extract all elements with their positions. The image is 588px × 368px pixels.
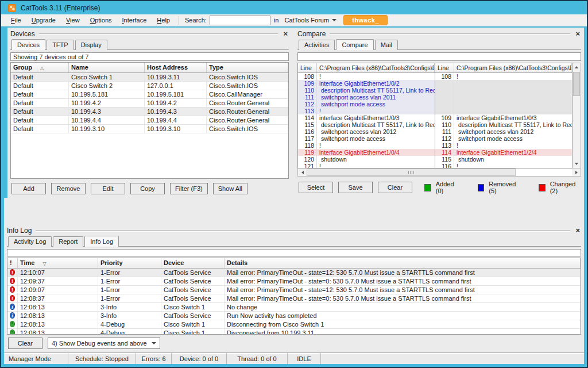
table-row[interactable]: Default 10.199.4.3 10.199.4.3 Cisco.Rout… xyxy=(11,108,288,116)
menu-view[interactable]: View xyxy=(61,16,85,25)
table-row[interactable]: 12:09:07 1-Error CatTools Service Mail e… xyxy=(7,286,581,294)
col-config-path[interactable]: C:\Program Files (x86)\CatTools3\Configs… xyxy=(317,63,435,72)
tab-report[interactable]: Report xyxy=(53,236,83,247)
clear-button[interactable]: Clear xyxy=(378,182,412,193)
col-line[interactable]: Line xyxy=(435,63,454,72)
close-icon[interactable]: × xyxy=(574,30,581,37)
legend-item: Added (0) xyxy=(424,181,461,194)
col-config-path[interactable]: C:\Program Files (x86)\CatTools3\Configs… xyxy=(454,63,572,72)
clear-log-button[interactable]: Clear xyxy=(8,338,42,349)
diff-line[interactable]: 115 shutdown xyxy=(435,156,572,163)
diff-line[interactable] xyxy=(435,80,572,87)
table-row[interactable]: Default 10.199.3.10 10.199.3.10 Cisco.Sw… xyxy=(11,125,288,133)
diff-line[interactable] xyxy=(435,101,572,108)
diff-line[interactable]: 117 switchport mode access xyxy=(298,135,435,142)
table-row[interactable]: 12:08:13 4-Debug Cisco Switch 1 Disconne… xyxy=(7,320,581,329)
diff-line[interactable]: 111 switchport access vlan 2012 xyxy=(435,128,572,135)
col-priority[interactable]: Priority xyxy=(98,258,161,268)
scrollbar-thumb[interactable] xyxy=(573,72,580,96)
table-row[interactable]: Default 10.199.4.2 10.199.4.2 Cisco.Rout… xyxy=(11,99,288,108)
diff-line[interactable]: 119 interface GigabitEthernet1/0/4 xyxy=(298,149,435,156)
scroll-up-icon[interactable] xyxy=(572,63,581,71)
col-type[interactable]: Type xyxy=(207,63,288,72)
diff-line[interactable]: 111 switchport access vlan 2011 xyxy=(298,94,435,101)
table-row[interactable]: 12:08:13 3-Info Cisco Switch 1 No change xyxy=(7,303,581,312)
diff-line[interactable]: 115 description Multicast TT 55117, Link… xyxy=(298,121,435,128)
device-action-button[interactable]: Show All xyxy=(213,183,247,194)
col-details[interactable]: Details xyxy=(225,258,581,268)
col-group[interactable]: Group△ xyxy=(11,63,69,72)
diff-line[interactable]: 116 ! xyxy=(435,163,572,168)
tab-activities[interactable]: Activities xyxy=(299,40,335,50)
col-line[interactable]: Line xyxy=(298,63,317,72)
diff-line[interactable]: 110 description Multicast TT 55117, Link… xyxy=(435,121,572,128)
tab-display[interactable]: Display xyxy=(75,40,107,50)
close-icon[interactable]: × xyxy=(282,30,289,37)
severity-cell xyxy=(7,303,18,311)
device-action-button[interactable]: Copy xyxy=(130,183,165,194)
search-input[interactable] xyxy=(210,16,270,25)
col-device[interactable]: Device xyxy=(161,258,225,268)
scroll-right-icon[interactable] xyxy=(572,168,581,176)
col-host[interactable]: Host Address xyxy=(145,63,207,72)
horizontal-scrollbar[interactable] xyxy=(297,168,581,177)
diff-line[interactable]: 114 interface GigabitEthernet1/2/4 xyxy=(435,149,572,156)
diff-line[interactable]: 109 interface GigabitEthernet1/0/3 xyxy=(435,114,572,121)
device-action-button[interactable]: Remove xyxy=(51,183,86,194)
tab-devices[interactable]: Devices xyxy=(11,39,45,50)
diff-line[interactable]: 114 interface GigabitEthernet1/0/3 xyxy=(298,114,435,121)
table-row[interactable]: 12:08:13 3-Info CatTools Service Run Now… xyxy=(7,312,581,320)
diff-line[interactable]: 109 interface GigabitEthernet1/0/2 xyxy=(298,80,435,87)
menu-options[interactable]: Options xyxy=(85,16,117,25)
close-icon[interactable]: × xyxy=(574,227,581,234)
table-row[interactable]: Default Cisco Switch 1 10.199.3.11 Cisco… xyxy=(11,73,288,82)
table-row[interactable]: 12:08:37 1-Error CatTools Service Mail e… xyxy=(7,294,581,303)
col-name[interactable]: Name xyxy=(69,63,145,72)
scroll-left-icon[interactable] xyxy=(298,168,307,176)
tab-tftp[interactable]: TFTP xyxy=(47,40,74,50)
diff-line[interactable]: 116 switchport access vlan 2012 xyxy=(298,128,435,135)
diff-line[interactable]: 113 ! xyxy=(435,142,572,149)
diff-line[interactable] xyxy=(435,108,572,114)
menu-upgrade[interactable]: Upgrade xyxy=(26,16,61,25)
device-action-button[interactable]: Add xyxy=(11,183,46,194)
diff-line[interactable]: 112 switchport mode access xyxy=(298,101,435,108)
diff-line[interactable] xyxy=(435,94,572,101)
scrollbar-thumb[interactable] xyxy=(307,168,516,176)
search-scope-dropdown[interactable]: CatTools Forum xyxy=(282,16,339,25)
table-row[interactable]: Default Cisco Switch 2 127.0.0.1 Cisco.S… xyxy=(11,82,288,90)
diff-line[interactable]: 108 ! xyxy=(435,73,572,80)
tab-activity-log[interactable]: Activity Log xyxy=(8,236,52,247)
diff-line[interactable]: 108 ! xyxy=(298,73,435,80)
table-row[interactable]: Default 10.199.4.4 10.199.4.4 Cisco.Rout… xyxy=(11,116,288,125)
scroll-down-icon[interactable] xyxy=(572,160,581,168)
col-time[interactable]: Time▽ xyxy=(18,258,98,268)
col-severity[interactable]: ! xyxy=(7,258,18,268)
table-row[interactable]: 12:09:37 1-Error CatTools Service Mail e… xyxy=(7,277,581,286)
table-row[interactable]: Default 10.199.5.181 10.199.5.181 Cisco.… xyxy=(11,90,288,99)
vertical-scrollbar[interactable] xyxy=(572,63,581,168)
cell-details: Disconnected from 10.199.3.11 xyxy=(225,329,581,334)
diff-line[interactable]: 118 ! xyxy=(298,142,435,149)
menu-help[interactable]: Help xyxy=(152,16,175,25)
diff-line[interactable]: 121 ! xyxy=(298,163,435,168)
diff-line[interactable]: 110 description Multicast TT 55117, Link… xyxy=(298,87,435,94)
diff-line[interactable]: 113 ! xyxy=(298,108,435,114)
menu-file[interactable]: File xyxy=(6,16,26,25)
table-row[interactable]: 12:08:13 4-Debug Cisco Switch 1 Disconne… xyxy=(7,329,581,334)
thwack-button[interactable]: thwack_ xyxy=(343,15,388,25)
menu-interface[interactable]: Interface xyxy=(117,16,152,25)
diff-line[interactable]: 120 shutdown xyxy=(298,156,435,163)
tab-info-log[interactable]: Info Log xyxy=(84,236,119,247)
log-level-dropdown[interactable]: 4) Show Debug events and above xyxy=(48,338,160,349)
diff-line-number: 111 xyxy=(298,94,317,101)
tab-mail[interactable]: Mail xyxy=(375,40,398,50)
diff-line[interactable] xyxy=(435,87,572,94)
tab-compare[interactable]: Compare xyxy=(336,39,373,50)
device-action-button[interactable]: Edit xyxy=(91,183,125,194)
select-button[interactable]: Select xyxy=(299,182,333,193)
table-row[interactable]: 12:10:07 1-Error CatTools Service Mail e… xyxy=(7,269,581,277)
diff-line[interactable]: 112 switchport mode access xyxy=(435,135,572,142)
device-action-button[interactable]: Filter (F3) xyxy=(170,183,208,194)
save-button[interactable]: Save xyxy=(338,182,373,193)
